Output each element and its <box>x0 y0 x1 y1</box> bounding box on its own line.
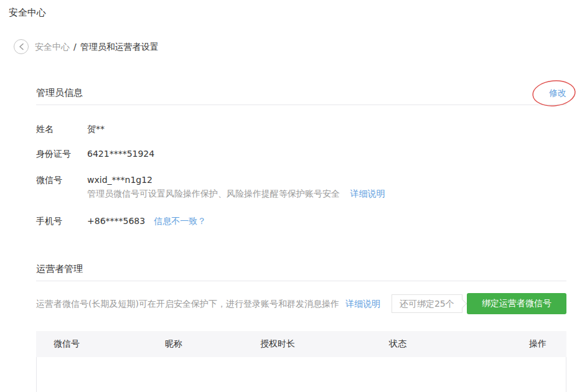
info-mismatch-link[interactable]: 信息不一致？ <box>154 215 206 227</box>
quota-bubble-text: 还可绑定25个 <box>400 299 454 309</box>
field-value-wechat-id: wxid_***n1g12 <box>87 174 385 186</box>
field-value-phone: +86****5683 <box>87 215 145 227</box>
field-value-name: 贺** <box>87 123 105 135</box>
operator-table-body-empty <box>36 357 566 392</box>
col-header-auth-duration: 授权时长 <box>260 338 389 350</box>
operator-detail-link[interactable]: 详细说明 <box>345 297 380 310</box>
bubble-tail <box>458 299 467 308</box>
col-header-status: 状态 <box>389 338 504 350</box>
field-value-id-number: 6421****51924 <box>87 147 154 160</box>
main-content: 管理员信息 修改 姓名 贺** 身份证号 6421****51924 微信号 w… <box>36 86 566 392</box>
wechat-id-helper: 管理员微信号可设置风险操作保护、风险操作提醒等保护账号安全 详细说明 <box>87 187 385 200</box>
breadcrumb-separator: / <box>73 40 77 53</box>
operator-table: 微信号 昵称 授权时长 状态 操作 <box>36 331 566 392</box>
quota-bubble: 还可绑定25个 <box>392 294 462 313</box>
bind-operator-button[interactable]: 绑定运营者微信号 <box>467 293 566 314</box>
operator-action-row: 运营者微信号(长期及短期)可在开启安全保护下，进行登录账号和群发消息操作 详细说… <box>36 293 566 314</box>
operator-section-header: 运营者管理 <box>36 263 566 281</box>
field-row-id-number: 身份证号 6421****51924 <box>36 147 566 160</box>
field-label-name: 姓名 <box>36 123 87 135</box>
field-wechat-id-block: wxid_***n1g12 管理员微信号可设置风险操作保护、风险操作提醒等保护账… <box>87 174 385 200</box>
wechat-id-detail-link[interactable]: 详细说明 <box>350 189 385 198</box>
breadcrumb: 安全中心 / 管理员和运营者设置 <box>14 39 582 54</box>
operator-section-title: 运营者管理 <box>36 263 83 275</box>
col-header-actions: 操作 <box>504 338 566 350</box>
breadcrumb-current: 管理员和运营者设置 <box>80 40 159 53</box>
back-button[interactable] <box>14 39 29 54</box>
col-header-wechat-id: 微信号 <box>36 338 165 350</box>
operator-table-header: 微信号 昵称 授权时长 状态 操作 <box>36 331 566 357</box>
field-label-phone: 手机号 <box>36 215 87 227</box>
modify-link[interactable]: 修改 <box>549 86 566 99</box>
field-row-name: 姓名 贺** <box>36 123 566 135</box>
operator-description: 运营者微信号(长期及短期)可在开启安全保护下，进行登录账号和群发消息操作 <box>36 297 339 310</box>
wechat-id-helper-text: 管理员微信号可设置风险操作保护、风险操作提醒等保护账号安全 <box>87 189 340 198</box>
field-row-wechat-id: 微信号 wxid_***n1g12 管理员微信号可设置风险操作保护、风险操作提醒… <box>36 174 566 200</box>
chevron-left-icon <box>19 43 24 50</box>
field-label-id-number: 身份证号 <box>36 147 87 160</box>
col-header-nickname: 昵称 <box>165 338 260 350</box>
field-row-phone: 手机号 +86****5683 信息不一致？ <box>36 215 566 227</box>
page-title: 安全中心 <box>9 7 582 18</box>
admin-info-section-header: 管理员信息 修改 <box>36 86 566 105</box>
admin-info-title: 管理员信息 <box>36 86 83 99</box>
field-label-wechat-id: 微信号 <box>36 174 87 200</box>
breadcrumb-parent[interactable]: 安全中心 <box>35 40 70 53</box>
